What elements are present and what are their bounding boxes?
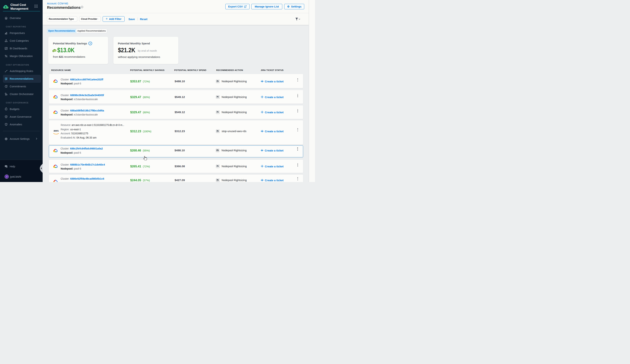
svg-text:?: ? [6,165,6,167]
svg-text:?: ? [90,42,91,44]
svg-text:$: $ [6,116,6,118]
svg-text:$: $ [5,5,6,8]
